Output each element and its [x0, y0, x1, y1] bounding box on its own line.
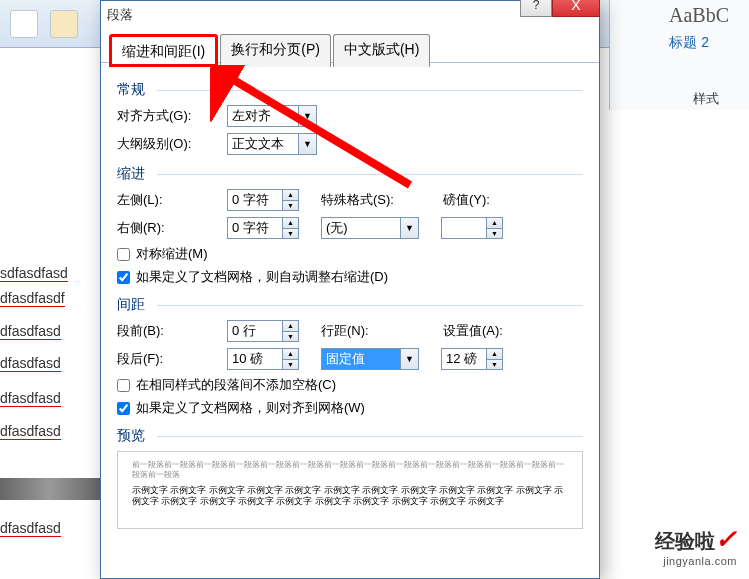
check-icon: ✓: [715, 524, 737, 554]
space-after-value[interactable]: [228, 349, 282, 369]
auto-adjust-indent-label: 如果定义了文档网格，则自动调整右缩进(D): [136, 268, 388, 286]
special-format-label: 特殊格式(S):: [321, 191, 421, 209]
alignment-combo[interactable]: ▼: [227, 105, 317, 127]
watermark-sub: jingyanla.com: [655, 555, 737, 567]
styles-panel: AaBbC 标题 2 样式: [609, 0, 749, 110]
space-after-spinner[interactable]: ▲▼: [227, 348, 299, 370]
spin-down-icon[interactable]: ▼: [487, 229, 502, 239]
watermark-text: 经验啦: [655, 530, 715, 552]
spin-down-icon[interactable]: ▼: [283, 332, 298, 342]
spin-up-icon[interactable]: ▲: [487, 218, 502, 229]
spin-down-icon[interactable]: ▼: [487, 360, 502, 370]
document-text-line: sdfasdfasd: [0, 265, 68, 282]
space-after-label: 段后(F):: [117, 350, 227, 368]
indent-left-value[interactable]: [228, 190, 282, 210]
watermark: 经验啦✓ jingyanla.com: [655, 524, 737, 567]
dropdown-icon[interactable]: ▼: [298, 134, 316, 154]
line-spacing-label: 行距(N):: [321, 322, 421, 340]
outline-label: 大纲级别(O):: [117, 135, 227, 153]
no-space-same-style-label: 在相同样式的段落间不添加空格(C): [136, 376, 336, 394]
preview-filler-top: 前一段落前一段落前一段落前一段落前一段落前一段落前一段落前一段落前一段落前一段落…: [132, 460, 568, 481]
styles-footer: 样式: [693, 90, 719, 108]
spin-down-icon[interactable]: ▼: [283, 360, 298, 370]
spacing-at-label: 设置值(A):: [443, 322, 528, 340]
outline-value[interactable]: [228, 134, 298, 154]
section-preview: 预览: [117, 427, 583, 445]
dialog-titlebar[interactable]: 段落 ? X: [101, 1, 599, 29]
close-button[interactable]: X: [552, 0, 600, 17]
spin-up-icon[interactable]: ▲: [283, 190, 298, 201]
paragraph-dialog: 段落 ? X 缩进和间距(I) 换行和分页(P) 中文版式(H) 常规 对齐方式…: [100, 0, 600, 579]
document-text-line: dfasdfasd: [0, 423, 61, 440]
space-before-spinner[interactable]: ▲▼: [227, 320, 299, 342]
outline-combo[interactable]: ▼: [227, 133, 317, 155]
thumbnail-strip: [0, 478, 100, 500]
spin-down-icon[interactable]: ▼: [283, 229, 298, 239]
alignment-value[interactable]: [228, 106, 298, 126]
tab-indent-spacing[interactable]: 缩进和间距(I): [109, 34, 218, 67]
indent-right-label: 右侧(R):: [117, 219, 227, 237]
special-format-combo[interactable]: ▼: [321, 217, 419, 239]
ribbon-button-1[interactable]: [10, 10, 38, 38]
preview-filler-main: 示例文字 示例文字 示例文字 示例文字 示例文字 示例文字 示例文字 示例文字 …: [132, 485, 568, 507]
mirror-indent-checkbox[interactable]: [117, 248, 130, 261]
document-text-line: dfasdfasd: [0, 390, 61, 407]
indent-left-spinner[interactable]: ▲▼: [227, 189, 299, 211]
special-format-value[interactable]: [322, 218, 400, 238]
help-button[interactable]: ?: [520, 0, 552, 17]
section-general: 常规: [117, 81, 583, 99]
indent-by-label: 磅值(Y):: [443, 191, 528, 209]
spin-up-icon[interactable]: ▲: [283, 218, 298, 229]
snap-to-grid-label: 如果定义了文档网格，则对齐到网格(W): [136, 399, 365, 417]
spacing-at-spinner[interactable]: ▲▼: [441, 348, 503, 370]
snap-to-grid-checkbox[interactable]: [117, 402, 130, 415]
ribbon-button-2[interactable]: [50, 10, 78, 38]
indent-by-value[interactable]: [442, 218, 486, 238]
auto-adjust-indent-checkbox[interactable]: [117, 271, 130, 284]
dropdown-icon[interactable]: ▼: [400, 218, 418, 238]
dialog-title: 段落: [107, 6, 133, 24]
mirror-indent-label: 对称缩进(M): [136, 245, 208, 263]
space-before-value[interactable]: [228, 321, 282, 341]
tab-row: 缩进和间距(I) 换行和分页(P) 中文版式(H): [101, 29, 599, 63]
no-space-same-style-checkbox[interactable]: [117, 379, 130, 392]
preview-box: 前一段落前一段落前一段落前一段落前一段落前一段落前一段落前一段落前一段落前一段落…: [117, 451, 583, 529]
document-text-line: dfasdfasd: [0, 323, 61, 340]
line-spacing-combo[interactable]: ▼: [321, 348, 419, 370]
spin-up-icon[interactable]: ▲: [283, 321, 298, 332]
spin-down-icon[interactable]: ▼: [283, 201, 298, 211]
document-text-line: dfasdfasdf: [0, 290, 65, 307]
indent-left-label: 左侧(L):: [117, 191, 227, 209]
indent-by-spinner[interactable]: ▲▼: [441, 217, 503, 239]
section-indent: 缩进: [117, 165, 583, 183]
spin-up-icon[interactable]: ▲: [283, 349, 298, 360]
spacing-at-value[interactable]: [442, 349, 486, 369]
indent-right-value[interactable]: [228, 218, 282, 238]
alignment-label: 对齐方式(G):: [117, 107, 227, 125]
style-preview-text[interactable]: AaBbC: [669, 4, 729, 27]
space-before-label: 段前(B):: [117, 322, 227, 340]
line-spacing-value[interactable]: [322, 349, 400, 369]
document-text-line: dfasdfasd: [0, 520, 61, 537]
dropdown-icon[interactable]: ▼: [298, 106, 316, 126]
dropdown-icon[interactable]: ▼: [400, 349, 418, 369]
section-spacing: 间距: [117, 296, 583, 314]
indent-right-spinner[interactable]: ▲▼: [227, 217, 299, 239]
spin-up-icon[interactable]: ▲: [487, 349, 502, 360]
style-name[interactable]: 标题 2: [669, 34, 709, 52]
document-text-line: dfasdfasd: [0, 355, 61, 372]
